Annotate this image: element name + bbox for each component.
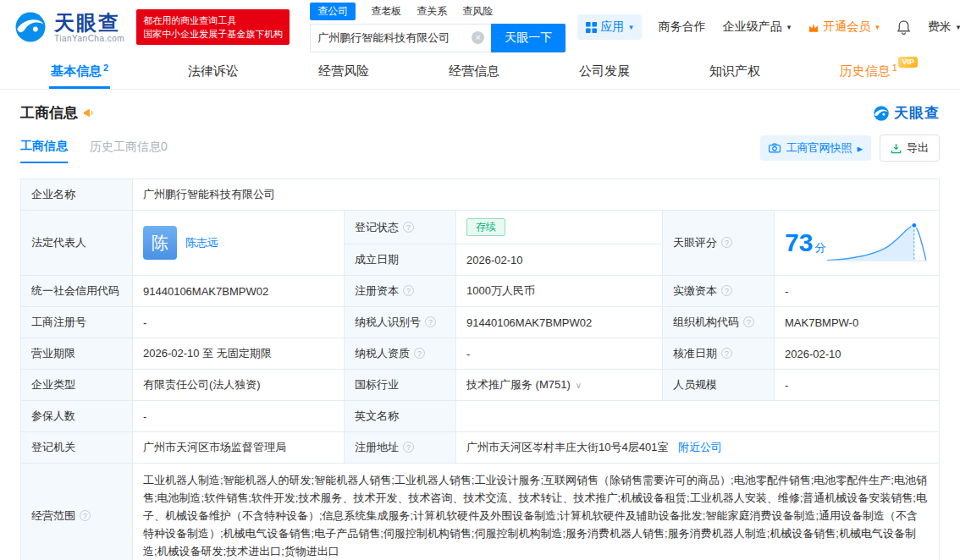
vip-badge: VIP <box>898 57 918 68</box>
search-button[interactable]: 天眼一下 <box>491 24 566 52</box>
subtab-history-business-info[interactable]: 历史工商信息0 <box>90 140 168 162</box>
establish-date-value: 2026-02-10 <box>456 244 663 276</box>
field-label: 实缴资本? <box>663 276 775 307</box>
field-label: 登记状态? <box>345 211 456 244</box>
help-icon[interactable]: ? <box>721 237 732 248</box>
tab-count: 2 <box>103 63 108 73</box>
reg-address-cell: 广州市天河区岑村丰庄大街10号4层401室 附近公司 <box>456 432 940 464</box>
watermark-text: 天眼查 <box>894 103 940 123</box>
avatar[interactable]: 陈 <box>143 226 177 260</box>
help-icon[interactable]: ? <box>425 316 436 327</box>
business-info-table: 企业名称 广州鹏行智能科技有限公司 法定代表人 陈 陈志远 登记状态? 存续 天… <box>20 178 940 560</box>
search-tab-boss[interactable]: 查老板 <box>371 3 401 20</box>
company-nav-tabs: 基本信息2 法律诉讼 经营风险 经营信息 公司发展 知识产权 历史信息1 VIP <box>0 54 960 90</box>
notification-bell[interactable] <box>897 19 911 35</box>
field-label: 营业期限 <box>21 338 133 370</box>
chevron-down-icon: ▾ <box>875 23 880 31</box>
table-row: 登记机关 广州市天河区市场监督管理局 注册地址? 广州市天河区岑村丰庄大街10号… <box>21 432 940 464</box>
approval-date-value: 2026-02-10 <box>775 338 940 370</box>
apps-menu[interactable]: 应用 ▾ <box>577 14 642 40</box>
user-menu[interactable]: 费米 ▾ <box>928 19 960 35</box>
help-icon[interactable]: ? <box>721 285 732 296</box>
tab-operation-info[interactable]: 经营信息 <box>447 54 501 89</box>
score-chart <box>825 218 929 267</box>
vip-upgrade-link[interactable]: 开通会员 ▾ <box>808 19 880 35</box>
search-tab-relation[interactable]: 查关系 <box>417 3 447 20</box>
reg-authority-value: 广州市天河区市场监督管理局 <box>133 432 345 464</box>
help-icon[interactable]: ? <box>403 285 414 296</box>
paid-capital-value: - <box>775 276 940 307</box>
tab-intellectual-property[interactable]: 知识产权 <box>708 54 762 89</box>
tianyancha-watermark: 天眼查 <box>873 103 940 123</box>
arrow-right-icon: ▸ <box>857 142 863 155</box>
tianyan-score[interactable]: 73分 <box>785 218 929 267</box>
search-box: × 天眼一下 <box>310 24 566 52</box>
taxpayer-quality-value: - <box>456 338 663 370</box>
staff-size-value: - <box>775 370 940 401</box>
user-name: 费米 <box>928 19 952 35</box>
field-label: 企业类型 <box>21 370 133 401</box>
field-label: 企业名称 <box>21 179 133 211</box>
help-icon[interactable]: ? <box>403 442 414 453</box>
chevron-down-icon[interactable]: ∨ <box>576 381 582 390</box>
industry-value: 技术推广服务 (M751) <box>466 378 571 391</box>
chevron-down-icon: ▾ <box>957 23 960 31</box>
search-tab-company[interactable]: 查公司 <box>310 3 356 20</box>
help-icon[interactable]: ? <box>743 316 754 327</box>
chevron-down-icon: ▾ <box>787 23 792 31</box>
clear-icon[interactable]: × <box>472 31 484 44</box>
help-icon[interactable]: ? <box>721 348 732 359</box>
legal-rep-cell: 陈 陈志远 <box>133 211 345 276</box>
grid-icon <box>586 22 597 33</box>
tianyancha-logo[interactable]: 天眼查 TianYanCha.com <box>14 10 124 44</box>
status-badge: 存续 <box>466 218 505 236</box>
field-label: 参保人数 <box>21 401 133 432</box>
field-label: 组织机构代码? <box>663 307 775 338</box>
help-icon[interactable]: ? <box>414 348 425 359</box>
tab-history-info[interactable]: 历史信息1 VIP <box>838 54 911 89</box>
bell-icon <box>897 19 911 35</box>
score-value: 73 <box>785 228 813 256</box>
table-row: 企业名称 广州鹏行智能科技有限公司 <box>21 179 940 211</box>
brand-domain: TianYanCha.com <box>54 34 124 43</box>
field-label: 登记机关 <box>21 432 133 464</box>
official-snapshot-button[interactable]: 工商官网快照 ▸ <box>760 135 871 161</box>
export-button[interactable]: 导出 <box>880 135 940 162</box>
table-row: 统一社会信用代码 91440106MAK7BMPW02 注册资本? 1000万人… <box>21 276 940 307</box>
field-label: 成立日期 <box>345 244 456 276</box>
company-type-value: 有限责任公司(法人独资) <box>133 370 345 401</box>
field-label: 法定代表人 <box>21 211 133 276</box>
business-term-value: 2026-02-10 至 无固定期限 <box>133 338 345 370</box>
tianyancha-logo-icon <box>14 10 47 44</box>
insured-count-value: - <box>133 401 345 432</box>
field-label: 天眼评分? <box>663 211 775 276</box>
reg-status-cell: 存续 <box>456 211 663 244</box>
tab-basic-info[interactable]: 基本信息2 <box>49 54 110 89</box>
subtab-business-info[interactable]: 工商信息 <box>20 139 68 163</box>
tab-operation-risk[interactable]: 经营风险 <box>317 54 371 89</box>
score-unit: 分 <box>814 241 825 254</box>
tab-count: 1 <box>892 63 897 73</box>
field-label: 英文名称 <box>345 401 456 432</box>
megaphone-icon <box>83 107 96 119</box>
table-row: 经营范围? 工业机器人制造;智能机器人的研发;智能机器人销售;工业机器人销售;工… <box>21 464 940 560</box>
enterprise-products-menu[interactable]: 企业级产品 ▾ <box>723 19 792 35</box>
legal-rep-link[interactable]: 陈志远 <box>185 235 218 250</box>
slogan-line2: 国家中小企业发展子基金旗下机构 <box>143 27 283 41</box>
field-label: 核准日期? <box>663 338 775 370</box>
tab-legal-litigation[interactable]: 法律诉讼 <box>186 54 240 89</box>
reg-number-value: - <box>133 307 345 338</box>
tab-company-development[interactable]: 公司发展 <box>577 54 632 89</box>
business-coop-link[interactable]: 商务合作 <box>659 19 706 35</box>
help-icon[interactable]: ? <box>403 222 414 233</box>
search-input[interactable] <box>317 31 466 44</box>
camera-icon <box>769 143 781 153</box>
nearby-companies-link[interactable]: 附近公司 <box>678 441 722 453</box>
field-label: 注册地址? <box>345 432 456 464</box>
export-icon <box>891 143 902 154</box>
english-name-value <box>456 401 940 432</box>
reg-capital-value: 1000万人民币 <box>456 276 663 307</box>
help-icon[interactable]: ? <box>80 510 91 521</box>
search-tab-risk[interactable]: 查风险 <box>462 3 493 20</box>
field-label: 经营范围? <box>21 464 133 560</box>
